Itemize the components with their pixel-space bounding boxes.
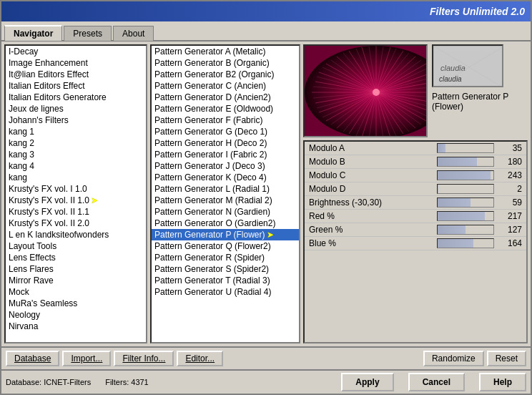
category-item[interactable]: L en K landksiteofwonders — [6, 229, 146, 240]
svg-text:claudia: claudia — [440, 64, 466, 72]
category-item[interactable]: Mirror Rave — [6, 275, 146, 286]
category-item[interactable]: Johann's Filters — [6, 114, 146, 126]
param-label: Modulo D — [309, 184, 434, 194]
cancel-button[interactable]: Cancel — [408, 373, 465, 391]
bottom-toolbar: Database Import... Filter Info... Editor… — [1, 346, 531, 369]
main-preview — [303, 44, 428, 137]
param-value: 2 — [497, 184, 522, 194]
param-value: 127 — [497, 225, 522, 235]
category-item[interactable]: kang — [6, 172, 146, 183]
filter-info-button[interactable]: Filter Info... — [114, 351, 174, 366]
preview-area: claudia Pattern Generator P (Flower) — [303, 44, 528, 137]
app-title: Filters Unlimited 2.0 — [430, 6, 525, 17]
category-item[interactable]: Italian Editors Effect — [6, 80, 146, 92]
param-label: Green % — [309, 225, 434, 235]
param-row-modulo-a: Modulo A 35 — [305, 142, 526, 155]
category-item[interactable]: Lens Flares — [6, 263, 146, 275]
category-item[interactable]: Image Enhancement — [6, 57, 146, 69]
category-item[interactable]: Jeux de lignes — [6, 103, 146, 114]
filter-item[interactable]: Pattern Generator R (Spider) — [152, 252, 299, 263]
filter-item[interactable]: Pattern Generator B (Organic) — [152, 57, 299, 69]
filter-item[interactable]: Pattern Generator I (Fabric 2) — [152, 149, 299, 160]
param-label: Blue % — [309, 238, 434, 248]
category-item[interactable]: MuRa's Seamless — [6, 298, 146, 309]
param-slider[interactable] — [437, 238, 494, 248]
category-list-container[interactable]: I-Decay Image Enhancement It@lian Editor… — [4, 44, 147, 343]
category-item[interactable]: Mock — [6, 286, 146, 298]
main-window: Filters Unlimited 2.0 Navigator Presets … — [0, 0, 532, 395]
param-slider[interactable] — [437, 143, 494, 153]
param-slider[interactable] — [437, 170, 494, 180]
param-label: Modulo A — [309, 143, 434, 153]
filter-item[interactable]: Pattern Generator C (Ancien) — [152, 80, 299, 92]
category-item[interactable]: kang 3 — [6, 149, 146, 160]
right-panel: claudia Pattern Generator P (Flower) Mod… — [303, 44, 528, 343]
param-slider[interactable] — [437, 211, 494, 221]
param-slider[interactable] — [437, 184, 494, 194]
param-row-modulo-b: Modulo B 180 — [305, 155, 526, 169]
category-item[interactable]: Krusty's FX vol. II 1.0 ➤ — [6, 195, 146, 206]
param-value: 164 — [497, 238, 522, 248]
reset-button[interactable]: Reset — [487, 351, 526, 366]
filter-item[interactable]: Pattern Generator E (Oldwood) — [152, 103, 299, 114]
tabbar: Navigator Presets About — [1, 21, 531, 42]
filter-item[interactable]: Pattern Generator D (Ancien2) — [152, 92, 299, 103]
help-button[interactable]: Help — [479, 373, 526, 391]
filter-item[interactable]: Pattern Generator T (Radial 3) — [152, 275, 299, 286]
param-value: 35 — [497, 143, 522, 153]
param-slider[interactable] — [437, 157, 494, 167]
category-item[interactable]: Krusty's FX vol. II 1.1 — [6, 206, 146, 218]
tab-presets[interactable]: Presets — [64, 26, 112, 41]
editor-button[interactable]: Editor... — [177, 351, 223, 366]
main-content: I-Decay Image Enhancement It@lian Editor… — [1, 42, 531, 346]
category-item[interactable]: Italian Editors Generatore — [6, 92, 146, 103]
filter-item[interactable]: Pattern Generator F (Fabric) — [152, 114, 299, 126]
filter-item-selected[interactable]: Pattern Generator P (Flower) ➤ — [152, 229, 299, 240]
tab-about[interactable]: About — [113, 26, 154, 41]
param-slider[interactable] — [437, 198, 494, 208]
filter-item[interactable]: Pattern Generator G (Deco 1) — [152, 126, 299, 137]
filter-item[interactable]: Pattern Generator L (Radial 1) — [152, 183, 299, 195]
filter-item[interactable]: Pattern Generator J (Deco 3) — [152, 160, 299, 172]
tab-navigator[interactable]: Navigator — [4, 25, 62, 41]
category-item[interactable]: kang 2 — [6, 137, 146, 149]
filter-item[interactable]: Pattern Generator N (Gardien) — [152, 206, 299, 218]
filter-item[interactable]: Pattern Generator H (Deco 2) — [152, 137, 299, 149]
category-item[interactable]: It@lian Editors Effect — [6, 69, 146, 80]
filter-item[interactable]: Pattern Generator S (Spider2) — [152, 263, 299, 275]
import-button[interactable]: Import... — [62, 351, 111, 366]
param-row-red: Red % 217 — [305, 210, 526, 223]
filter-item[interactable]: Pattern Generator M (Radial 2) — [152, 195, 299, 206]
apply-button[interactable]: Apply — [341, 373, 393, 391]
preview-small-claudia: claudia — [432, 44, 503, 87]
category-item[interactable]: I-Decay — [6, 46, 146, 57]
filter-item[interactable]: Pattern Generator Q (Flower2) — [152, 240, 299, 252]
param-value: 243 — [497, 170, 522, 180]
filter-item[interactable]: Pattern Generator O (Gardien2) — [152, 218, 299, 229]
filter-item[interactable]: Pattern Generator U (Radial 4) — [152, 286, 299, 298]
param-value: 217 — [497, 211, 522, 221]
database-button[interactable]: Database — [6, 351, 59, 366]
filter-item[interactable]: Pattern Generator K (Deco 4) — [152, 172, 299, 183]
category-item[interactable]: Neology — [6, 309, 146, 321]
database-label: Database: ICNET-Filters — [6, 378, 91, 386]
param-row-modulo-d: Modulo D 2 — [305, 182, 526, 196]
category-list: I-Decay Image Enhancement It@lian Editor… — [6, 46, 146, 332]
params-panel: Modulo A 35 Modulo B 180 Modulo C — [303, 140, 528, 343]
param-value: 180 — [497, 157, 522, 167]
param-label: Modulo C — [309, 170, 434, 180]
param-label: Modulo B — [309, 157, 434, 167]
category-item[interactable]: kang 4 — [6, 160, 146, 172]
param-value: 59 — [497, 198, 522, 208]
category-item[interactable]: Lens Effects — [6, 252, 146, 263]
category-item[interactable]: Krusty's FX vol. II 2.0 — [6, 218, 146, 229]
randomize-button[interactable]: Randomize — [423, 351, 484, 366]
category-item[interactable]: Nirvana — [6, 321, 146, 332]
filter-list-container[interactable]: Pattern Generator A (Metalic) Pattern Ge… — [150, 44, 300, 343]
category-item[interactable]: kang 1 — [6, 126, 146, 137]
category-item-layout-tools[interactable]: Layout Tools — [6, 240, 146, 252]
category-item[interactable]: Krusty's FX vol. I 1.0 — [6, 183, 146, 195]
param-slider[interactable] — [437, 225, 494, 235]
filter-item[interactable]: Pattern Generator A (Metalic) — [152, 46, 299, 57]
filter-item[interactable]: Pattern Generator B2 (Organic) — [152, 69, 299, 80]
